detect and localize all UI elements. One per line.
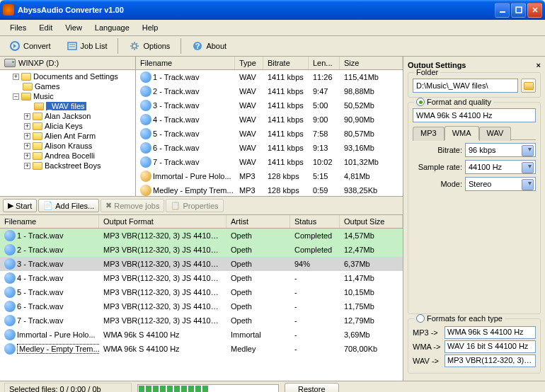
folder-tree[interactable]: +Documents and Settings Games −Music _WA… xyxy=(0,70,135,196)
file-row[interactable]: 3 - Track.wavWAV1411 kbps5:0050,52Mb xyxy=(136,98,403,113)
tree-item[interactable]: +Alan Jackson xyxy=(1,111,134,121)
tree-item[interactable]: +Backstreet Boys xyxy=(1,161,134,171)
tab-mp3[interactable]: MP3 xyxy=(413,127,444,141)
job-row[interactable]: 6 - Track.wavMP3 VBR(112-320, 3) JS 4410… xyxy=(0,299,403,313)
maximize-button[interactable] xyxy=(511,3,526,18)
job-panel: ▶Start 📄Add Files... ✖Remove jobs 📋Prope… xyxy=(0,197,403,381)
wav-to-value[interactable]: MP3 VBR(112-320, 3) JS 44... xyxy=(444,354,536,367)
format-quality-radio[interactable] xyxy=(416,98,425,106)
collapse-icon[interactable]: − xyxy=(13,93,19,100)
file-list-body[interactable]: 1 - Track.wavWAV1411 kbps11:26115,41Mb2 … xyxy=(136,70,403,196)
tree-item[interactable]: _WAV files xyxy=(1,101,134,111)
drive-label[interactable]: WINXP (D:) xyxy=(18,59,59,67)
col-filename[interactable]: Filename xyxy=(136,57,235,69)
file-row[interactable]: 7 - Track.wavWAV1411 kbps10:02101,32Mb xyxy=(136,155,403,169)
mp3-to-label: MP3 -> xyxy=(413,328,442,337)
job-list-header: Filename Output Format Artist Status Out… xyxy=(0,215,403,229)
expand-icon[interactable]: + xyxy=(24,113,30,120)
folder-group-label: Folder xyxy=(416,68,438,76)
bitrate-label: Bitrate: xyxy=(413,146,462,154)
bitrate-combo[interactable]: 96 kbps xyxy=(465,143,536,157)
file-row[interactable]: Immortal - Pure Holo...MP3128 kbps5:154,… xyxy=(136,169,403,183)
wma-to-value[interactable]: WAV 16 bit S 44100 Hz xyxy=(444,340,536,353)
job-row[interactable]: 1 - Track.wavMP3 VBR(112-320, 3) JS 4410… xyxy=(0,229,403,243)
tree-item[interactable]: +Alien Ant Farm xyxy=(1,131,134,141)
tree-item[interactable]: +Documents and Settings xyxy=(1,71,134,81)
tab-wav[interactable]: WAV xyxy=(479,127,512,141)
job-list-body[interactable]: 1 - Track.wavMP3 VBR(112-320, 3) JS 4410… xyxy=(0,229,403,381)
job-row[interactable]: 2 - Track.wavMP3 VBR(112-320, 3) JS 4410… xyxy=(0,243,403,257)
menu-help[interactable]: Help xyxy=(137,21,164,34)
file-row[interactable]: 6 - Track.wavWAV1411 kbps9:1393,16Mb xyxy=(136,141,403,155)
audio-icon xyxy=(140,171,151,182)
expand-icon[interactable]: + xyxy=(24,163,30,169)
col-size[interactable]: Size xyxy=(340,57,403,69)
options-button[interactable]: Options xyxy=(122,38,176,54)
expand-icon[interactable]: + xyxy=(24,123,30,129)
convert-button[interactable]: Convert xyxy=(3,38,57,54)
menu-view[interactable]: View xyxy=(59,21,88,34)
audio-icon xyxy=(140,86,151,97)
audio-icon xyxy=(4,258,16,270)
samplerate-combo[interactable]: 44100 Hz xyxy=(465,160,536,174)
format-quality-field[interactable] xyxy=(413,108,536,122)
mp3-to-value[interactable]: WMA 96k S 44100 Hz xyxy=(444,326,536,339)
restore-button[interactable]: Restore xyxy=(285,383,339,393)
menu-edit[interactable]: Edit xyxy=(33,21,58,34)
info-icon: ? xyxy=(192,40,203,52)
tree-item[interactable]: +Alison Krauss xyxy=(1,141,134,151)
add-files-button[interactable]: 📄Add Files... xyxy=(38,199,99,212)
file-row[interactable]: 1 - Track.wavWAV1411 kbps11:26115,41Mb xyxy=(136,70,403,84)
file-row[interactable]: 4 - Track.wavWAV1411 kbps9:0090,90Mb xyxy=(136,113,403,127)
col-bitrate[interactable]: Bitrate xyxy=(263,57,309,69)
tree-item[interactable]: +Alicia Keys xyxy=(1,121,134,131)
close-button[interactable] xyxy=(527,3,542,18)
tree-item[interactable]: +Andrea Bocelli xyxy=(1,151,134,161)
properties-button[interactable]: 📋Properties xyxy=(166,199,223,212)
mode-combo[interactable]: Stereo xyxy=(465,177,536,191)
joblist-button[interactable]: Job List xyxy=(60,38,114,54)
play-icon: ▶ xyxy=(8,201,13,210)
remove-jobs-button[interactable]: ✖Remove jobs xyxy=(101,199,164,212)
menu-files[interactable]: Files xyxy=(4,21,32,34)
job-row[interactable]: Medley - Empty Trem...WMA 96k S 44100 Hz… xyxy=(0,342,403,356)
job-toolbar: ▶Start 📄Add Files... ✖Remove jobs 📋Prope… xyxy=(0,197,403,215)
file-row[interactable]: Medley - Empty Trem...MP3128 kbps0:59938… xyxy=(136,183,403,196)
expand-icon[interactable]: + xyxy=(13,74,19,80)
file-row[interactable]: 2 - Track.wavWAV1411 kbps9:4798,88Mb xyxy=(136,84,403,98)
expand-icon[interactable]: + xyxy=(24,133,30,139)
minimize-button[interactable] xyxy=(495,3,510,18)
col-length[interactable]: Len... xyxy=(309,57,340,69)
menu-language[interactable]: Language xyxy=(89,21,135,34)
separator xyxy=(180,38,181,54)
file-list: Filename Type Bitrate Len... Size 1 - Tr… xyxy=(136,57,403,196)
col-filename[interactable]: Filename xyxy=(0,215,99,228)
tree-item[interactable]: −Music xyxy=(1,91,134,101)
close-panel-button[interactable]: × xyxy=(537,61,541,69)
tab-wma[interactable]: WMA xyxy=(444,126,479,140)
col-output-size[interactable]: Output Size xyxy=(340,215,403,228)
svg-rect-0 xyxy=(500,11,505,13)
formats-each-type-radio[interactable] xyxy=(416,314,425,323)
job-row[interactable]: 5 - Track.wavMP3 VBR(112-320, 3) JS 4410… xyxy=(0,285,403,299)
start-button[interactable]: ▶Start xyxy=(3,199,37,212)
tree-item[interactable]: Games xyxy=(1,81,134,91)
file-row[interactable]: 5 - Track.wavWAV1411 kbps7:5880,57Mb xyxy=(136,127,403,141)
col-status[interactable]: Status xyxy=(290,215,340,228)
expand-icon[interactable]: + xyxy=(24,143,30,149)
job-row[interactable]: 4 - Track.wavMP3 VBR(112-320, 3) JS 4410… xyxy=(0,271,403,285)
folder-path-input[interactable] xyxy=(413,79,518,93)
browse-folder-button[interactable] xyxy=(521,79,536,93)
col-artist[interactable]: Artist xyxy=(226,215,290,228)
about-button[interactable]: ?About xyxy=(185,38,233,54)
job-row[interactable]: Immortal - Pure Holo...WMA 96k S 44100 H… xyxy=(0,328,403,342)
col-output-format[interactable]: Output Format xyxy=(99,215,226,228)
audio-icon xyxy=(140,114,151,125)
job-row[interactable]: 3 - Track.wavMP3 VBR(112-320, 3) JS 4410… xyxy=(0,257,403,271)
col-type[interactable]: Type xyxy=(235,57,263,69)
job-row[interactable]: 7 - Track.wavMP3 VBR(112-320, 3) JS 4410… xyxy=(0,313,403,328)
window-title: AbyssAudio Converter v1.00 xyxy=(18,6,493,14)
about-label: About xyxy=(206,42,226,50)
formats-each-type-label: Formats for each type xyxy=(427,314,503,323)
expand-icon[interactable]: + xyxy=(24,153,30,159)
